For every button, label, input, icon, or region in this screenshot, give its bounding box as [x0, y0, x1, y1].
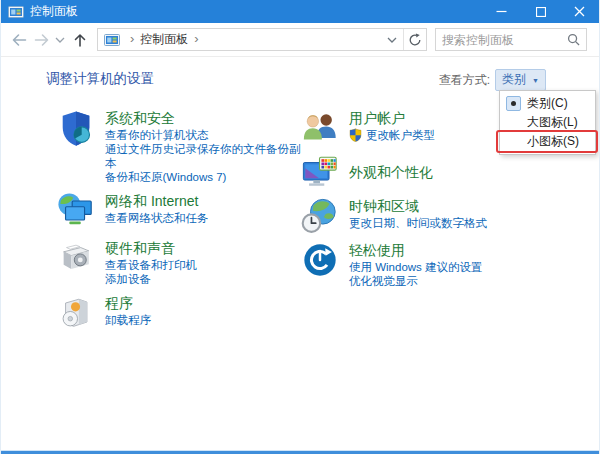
category-system-security: 系统和安全 查看你的计算机状态 通过文件历史记录保存你的文件备份副本 备份和还原…	[57, 108, 301, 184]
category-title[interactable]: 系统和安全	[105, 109, 301, 127]
breadcrumb-separator-icon: ›	[124, 31, 140, 48]
refresh-icon	[408, 33, 422, 47]
search-input[interactable]	[442, 33, 567, 47]
clock-region-icon[interactable]	[301, 196, 339, 236]
category-title[interactable]: 外观和个性化	[349, 163, 433, 181]
uac-shield-icon	[349, 128, 362, 142]
category-ease-of-access: 轻松使用 使用 Windows 建议的设置 优化视觉显示	[301, 240, 571, 288]
window-title: 控制面板	[30, 3, 78, 20]
category-hardware-sound: 硬件和声音 查看设备和打印机 添加设备	[57, 238, 301, 286]
left-column: 系统和安全 查看你的计算机状态 通过文件历史记录保存你的文件备份副本 备份和还原…	[57, 108, 301, 333]
forward-button[interactable]	[31, 28, 53, 52]
back-icon	[11, 33, 27, 47]
minimize-button[interactable]	[482, 0, 521, 23]
breadcrumb-root[interactable]: 控制面板	[140, 31, 188, 48]
control-panel-icon	[104, 32, 120, 48]
category-title[interactable]: 轻松使用	[349, 241, 483, 259]
minimize-icon	[496, 6, 507, 17]
maximize-button[interactable]	[521, 0, 560, 23]
user-accounts-icon[interactable]	[301, 108, 339, 148]
category-link-label: 更改帐户类型	[366, 128, 435, 142]
category-link[interactable]: 备份和还原(Windows 7)	[105, 170, 301, 184]
navigation-toolbar: › 控制面板 ›	[1, 23, 599, 57]
appearance-personalization-icon[interactable]	[301, 152, 339, 192]
category-title[interactable]: 时钟和区域	[349, 197, 487, 215]
category-link[interactable]: 添加设备	[105, 272, 197, 286]
recent-pages-button[interactable]	[53, 28, 67, 52]
category-link[interactable]: 查看你的计算机状态	[105, 128, 301, 142]
category-title[interactable]: 网络和 Internet	[105, 192, 209, 210]
search-icon[interactable]	[567, 33, 580, 46]
category-columns: 系统和安全 查看你的计算机状态 通过文件历史记录保存你的文件备份副本 备份和还原…	[57, 108, 571, 333]
network-internet-icon[interactable]	[57, 191, 95, 231]
back-button[interactable]	[7, 28, 31, 52]
search-box	[435, 28, 587, 51]
up-button[interactable]	[67, 28, 93, 52]
category-link[interactable]: 使用 Windows 建议的设置	[349, 260, 483, 274]
category-link[interactable]: 通过文件历史记录保存你的文件备份副本	[105, 142, 301, 170]
category-title[interactable]: 用户帐户	[349, 109, 435, 127]
refresh-button[interactable]	[404, 29, 426, 50]
view-by-menu: 类别(C) 大图标(L) 小图标(S)	[499, 90, 596, 155]
menu-item-label: 类别(C)	[527, 95, 568, 112]
category-appearance-personalization: 外观和个性化	[301, 152, 571, 192]
page-title: 调整计算机的设置	[46, 70, 154, 88]
menu-item-label: 小图标(S)	[527, 133, 579, 150]
maximize-icon	[536, 7, 546, 17]
window-bottom-border	[1, 450, 599, 454]
view-by-control: 查看方式: 类别 ▼	[439, 69, 546, 91]
menu-item-large-icons[interactable]: 大图标(L)	[500, 113, 595, 132]
system-security-icon[interactable]	[57, 108, 95, 148]
category-link[interactable]: 卸载程序	[105, 313, 151, 327]
radio-selected-icon	[506, 96, 521, 111]
menu-check-column	[500, 96, 527, 111]
category-link[interactable]: 优化视觉显示	[349, 274, 483, 288]
up-arrow-icon	[73, 33, 87, 47]
category-programs: 程序 卸载程序	[57, 293, 301, 333]
address-bar[interactable]: › 控制面板 ›	[97, 28, 427, 51]
view-by-dropdown[interactable]: 类别 ▼	[495, 69, 546, 91]
content-area: 调整计算机的设置 查看方式: 类别 ▼ 类别(C) 大图标(L) 小图标	[1, 57, 599, 450]
category-clock-region: 时钟和区域 更改日期、时间或数字格式	[301, 196, 571, 236]
forward-icon	[34, 33, 50, 47]
control-panel-icon	[8, 4, 24, 20]
hardware-sound-icon[interactable]	[57, 238, 95, 278]
control-panel-window: 控制面板 ›	[0, 0, 600, 454]
view-by-value: 类别	[502, 71, 526, 88]
address-dropdown-button[interactable]	[381, 29, 403, 50]
view-by-label: 查看方式:	[439, 72, 490, 89]
menu-item-small-icons[interactable]: 小图标(S)	[500, 132, 595, 151]
menu-item-category[interactable]: 类别(C)	[500, 94, 595, 113]
category-network-internet: 网络和 Internet 查看网络状态和任务	[57, 191, 301, 231]
menu-item-label: 大图标(L)	[527, 114, 578, 131]
category-link[interactable]: 查看网络状态和任务	[105, 211, 209, 225]
ease-of-access-icon[interactable]	[301, 240, 339, 280]
titlebar: 控制面板	[1, 0, 599, 23]
breadcrumb-separator-icon[interactable]: ›	[188, 31, 204, 48]
programs-icon[interactable]	[57, 293, 95, 333]
category-link[interactable]: 查看设备和打印机	[105, 258, 197, 272]
category-link[interactable]: 更改帐户类型	[349, 128, 435, 142]
category-title[interactable]: 硬件和声音	[105, 239, 197, 257]
category-link[interactable]: 更改日期、时间或数字格式	[349, 216, 487, 230]
chevron-down-icon	[387, 37, 397, 43]
dropdown-caret-icon: ▼	[532, 76, 539, 84]
category-title[interactable]: 程序	[105, 294, 151, 312]
close-button[interactable]	[560, 0, 599, 23]
chevron-down-icon	[55, 37, 65, 43]
close-icon	[574, 6, 585, 17]
